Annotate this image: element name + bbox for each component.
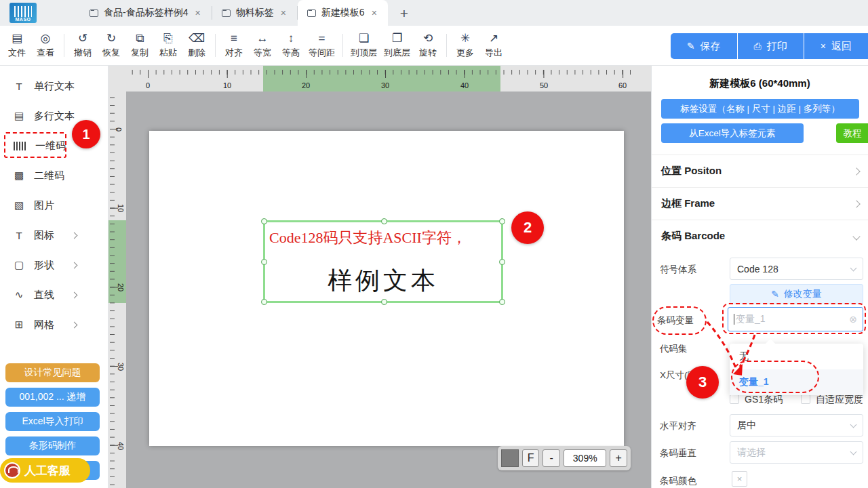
sidebar-item-image[interactable]: ▧图片 [0,192,108,219]
new-tab-button[interactable]: + [400,5,408,22]
tool-bring-front[interactable]: ❏到顶层 [347,33,380,59]
tab-material-label[interactable]: 物料标签 × [212,0,297,26]
element-sidebar: T单行文本 ▤多行文本 一维码 ▩二维码 ▧图片 T图标 ▢形状 ∿直线 ⊞网格… [0,66,108,488]
sidebar-item-line[interactable]: ∿直线 [0,281,108,308]
close-icon[interactable]: × [279,7,288,18]
sidebar-item-icon[interactable]: T图标 [0,222,108,249]
grid-icon: ⊞ [12,319,26,331]
tool-equal-width[interactable]: ↔等宽 [248,33,277,59]
resize-handle-ne[interactable] [499,218,505,224]
zoom-out-button[interactable]: - [542,449,560,467]
tool-paste[interactable]: ⎘粘贴 [154,33,182,59]
save-button[interactable]: ✎保存 [671,33,737,59]
resize-handle-n[interactable] [381,218,387,224]
back-button[interactable]: ×返回 [804,33,868,59]
sidebar-item-single-line-text[interactable]: T单行文本 [0,73,108,100]
copy-icon: ⧉ [136,33,144,45]
symbology-select[interactable]: Code 128 [730,258,863,280]
resize-handle-s[interactable] [381,299,387,305]
step3-badge: 3 [686,366,719,399]
ruler-corner [108,66,126,92]
increment-button[interactable]: 001,002 ... 递增 [5,388,100,407]
logo-barcode-icon [14,6,32,17]
vertical-ruler: 0 10 20 30 40 [108,92,126,488]
tab-food-label[interactable]: 食品-食品标签样例4 × [80,0,212,26]
export-icon: ↗ [489,33,498,45]
excel-import-print-button[interactable]: Excel导入打印 [5,412,100,431]
ruler-label: 10 [117,204,125,212]
multiline-text-icon: ▤ [12,110,26,122]
print-button[interactable]: ⎙打印 [738,33,804,59]
dropdown-option-none[interactable]: 无 [730,344,863,369]
resize-handle-nw[interactable] [261,218,267,224]
ruler-ticks [126,70,631,78]
label-settings-button[interactable]: 标签设置（名称 | 尺寸 | 边距 | 多列等） [661,99,859,119]
zoom-level-value[interactable]: 309% [564,449,606,467]
edit-icon: ✎ [687,41,695,52]
tool-send-back[interactable]: ❐到底层 [380,33,414,59]
barcode-variable-input[interactable]: 变量_1 ⊗ [728,307,863,331]
ruler-label: 20 [117,283,125,291]
horizontal-align-select[interactable]: 居中 [730,414,863,436]
tool-equal-spacing[interactable]: =等间距 [305,33,338,59]
section-frame[interactable]: 边框 Frame [652,187,868,220]
customer-service-button[interactable]: 人工客服 [0,458,90,483]
zoom-in-button[interactable]: + [610,449,627,467]
barcode-color-picker[interactable]: × [732,471,747,487]
section-barcode[interactable]: 条码 Barcode [652,220,868,252]
resize-handle-e[interactable] [499,259,505,265]
clear-input-icon[interactable]: ⊗ [849,314,857,325]
design-faq-button[interactable]: 设计常见问题 [5,363,100,382]
close-icon[interactable]: × [193,7,201,18]
sidebar-item-2d-barcode[interactable]: ▩二维码 [0,162,108,189]
tutorial-button[interactable]: 教程 [836,123,868,143]
tab-label: 新建模板6 [321,7,365,19]
chevron-down-icon [850,448,857,455]
tab-bar: MASO 食品-食品标签样例4 × 物料标签 × 新建模板6 × + [0,0,868,26]
tool-more[interactable]: ✳更多 [451,33,479,59]
toolbar: ▤文件 ◎查看 ↺撤销 ↻恢复 ⧉复制 ⎘粘贴 ⌫删除 ≡对齐 ↔等宽 ↕等高 … [0,26,868,66]
sidebar-item-shape[interactable]: ▢形状 [0,251,108,279]
chevron-right-icon [71,321,78,328]
barcode-element-selection[interactable]: Code128码只支持ASCII字符， 样例文本 [263,220,503,303]
adaptive-width-checkbox-label: 自适应宽度 [816,394,863,406]
tool-equal-height[interactable]: ↕等高 [277,33,305,59]
resize-handle-se[interactable] [499,299,505,305]
tool-rotate[interactable]: ⟲旋转 [414,33,442,59]
tool-copy[interactable]: ⧉复制 [125,33,154,59]
properties-panel: 新建模板6 (60*40mm) 标签设置（名称 | 尺寸 | 边距 | 多列等）… [651,66,868,488]
ruler-label: 10 [223,81,231,89]
step1-dashed-highlight [4,132,66,158]
sidebar-item-grid[interactable]: ⊞网格 [0,311,108,338]
modify-variable-button[interactable]: ✎ 修改变量 [730,284,863,304]
tab-new-template-active[interactable]: 新建模板6 × [298,0,388,26]
resize-handle-sw[interactable] [261,299,267,305]
gs1-checkbox[interactable] [730,394,739,404]
adaptive-width-checkbox[interactable] [801,394,810,404]
fit-button[interactable]: F [522,449,540,467]
tab-label: 物料标签 [236,7,274,19]
text-caret [734,314,734,325]
template-title: 新建模板6 (60*40mm) [652,77,868,90]
resize-handle-w[interactable] [261,259,267,265]
background-color-swatch[interactable] [501,449,519,467]
section-position[interactable]: 位置 Positon [652,155,868,187]
close-icon[interactable]: × [370,7,378,18]
close-icon: × [821,41,826,52]
tool-view[interactable]: ◎查看 [31,33,60,59]
tool-align[interactable]: ≡对齐 [220,33,248,59]
barcode-vertical-select[interactable]: 请选择 [730,441,863,464]
printer-icon: ⎙ [754,41,762,52]
excel-import-elements-button[interactable]: 从Excel导入标签元素 [661,123,804,143]
tool-file[interactable]: ▤文件 [3,33,31,59]
rotate-icon: ⟲ [423,33,433,45]
tool-redo[interactable]: ↻恢复 [97,33,125,59]
tool-export[interactable]: ↗导出 [479,33,508,59]
tool-undo[interactable]: ↺撤销 [68,33,97,59]
tool-delete[interactable]: ⌫删除 [182,33,211,59]
chevron-down-icon [852,232,860,240]
chevron-down-icon [850,421,857,428]
ruler-label: 0 [115,127,123,131]
dropdown-option-variable1[interactable]: 变量_1 [730,369,863,395]
barcode-maker-button[interactable]: 条形码制作 [5,436,100,455]
